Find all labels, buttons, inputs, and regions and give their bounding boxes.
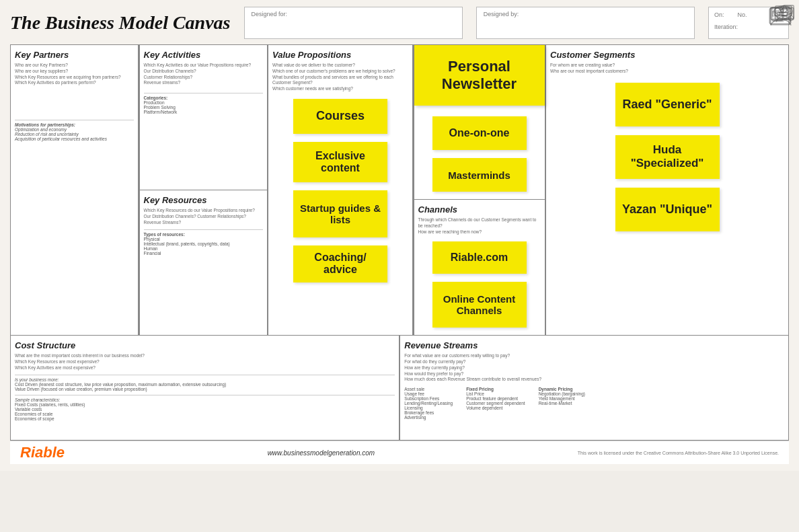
cost-items-2: Fixed Costs (salaries, rents, utilities)…: [15, 402, 395, 421]
personal-newsletter-text: Personal Newsletter: [414, 58, 545, 93]
key-activities-title: Key Activities: [144, 50, 263, 60]
rs-col-1: Asset saleUsage feeSubscription FeesLend…: [404, 387, 453, 420]
key-resources-section: Key Resources Which Key Resources do our…: [140, 190, 267, 335]
cost-sub-2: Sample characteristics: Fixed Costs (sal…: [15, 395, 395, 421]
footer-copyright: This work is licensed under the Creative…: [578, 451, 779, 455]
value-props-title: Value Propositions: [272, 50, 408, 60]
cost-structure-title: Cost Structure: [15, 340, 395, 350]
key-resources-title: Key Resources: [144, 195, 263, 205]
rs-questions: For what value are our customers really …: [404, 353, 784, 383]
key-partners-title: Key Partners: [15, 50, 134, 60]
cost-sub-label-1: Is your business more:: [15, 377, 59, 382]
cs-stickies: Raed "Generic" Huda "Specialized" Yazan …: [550, 80, 784, 234]
rs-col-2: Fixed Pricing List PriceProduct feature …: [466, 387, 525, 420]
designed-for-box[interactable]: Designed for:: [244, 7, 463, 39]
canvas-title: The Business Model Canvas: [10, 12, 231, 34]
cs-questions: For whom are we creating value? Who are …: [550, 63, 784, 75]
channels-title: Channels: [418, 204, 541, 215]
sticky-exclusive-content[interactable]: Exclusive content: [293, 142, 387, 182]
key-partners-sub: Motivations for partnerships: Optimizati…: [15, 120, 134, 141]
key-resources-sub: Types of resources: Physical Intellectua…: [144, 229, 263, 256]
footer-copyright-text: This work is licensed under the Creative…: [578, 451, 779, 455]
key-activities-questions: Which Key Activities do our Value Propos…: [144, 63, 263, 86]
value-propositions-section: Value Propositions What value do we deli…: [268, 45, 413, 335]
riable-logo: Riable: [20, 444, 65, 461]
sticky-riable-com[interactable]: Riable.com: [432, 241, 527, 274]
iteration-label: Iteration:: [714, 24, 738, 30]
cost-structure-section: Cost Structure What are the most importa…: [11, 336, 400, 440]
ka-kr-col: ✓ Key Activities Which Key Activities do…: [140, 45, 268, 335]
sticky-huda[interactable]: Huda "Specialized": [615, 135, 720, 179]
revenue-streams-title: Revenue Streams: [404, 340, 784, 350]
bmc-main: Key Partners Who are our Key Partners? W…: [10, 44, 789, 441]
svg-rect-29: [773, 11, 779, 16]
sticky-yazan[interactable]: Yazan "Unique": [615, 188, 720, 231]
cr-stickies: One-on-one Masterminds: [418, 114, 541, 194]
sticky-online-content-channels[interactable]: Online Content Channels: [432, 282, 527, 328]
bmc-bottom-area: Cost Structure What are the most importa…: [11, 336, 788, 440]
kr-items: Physical Intellectual (brand, patents, c…: [144, 237, 263, 256]
kr-sub-label: Types of resources:: [144, 232, 263, 237]
customer-relationships-section: Personal Newsletter One-on-one Mastermin…: [414, 45, 545, 200]
footer-bar: Riable www.businessmodelgeneration.com T…: [10, 441, 789, 464]
ka-sub-label: Categories:: [144, 96, 263, 100]
sticky-one-on-one[interactable]: One-on-one: [432, 116, 527, 150]
cs-cost-questions: What are the most important costs inhere…: [15, 353, 395, 371]
sticky-courses[interactable]: Courses: [293, 99, 387, 134]
sticky-coaching[interactable]: Coaching/ advice: [293, 245, 387, 282]
cr-content-below: One-on-one Masterminds: [418, 114, 541, 194]
customer-segments-section: Customer Segments For whom are we creati…: [546, 45, 788, 335]
key-activities-sub: Categories: Production Problem Solving P…: [144, 93, 263, 114]
bmc-top-area: Key Partners Who are our Key Partners? W…: [11, 45, 788, 336]
sticky-raed[interactable]: Raed "Generic": [615, 83, 720, 126]
cost-sub-label-2: Sample characteristics:: [15, 397, 60, 402]
value-props-stickies: Courses Exclusive content Startup guides…: [272, 96, 408, 285]
revenue-streams-section: Revenue Streams For what value are our c…: [400, 336, 788, 440]
key-resources-questions: Which Key Resources do our Value Proposi…: [144, 208, 263, 225]
cost-sub-1: Is your business more: Cost Driven (lean…: [15, 375, 395, 391]
top-header: The Business Model Canvas Designed for: …: [10, 7, 789, 39]
footer-url: www.businessmodelgeneration.com: [268, 449, 375, 457]
customer-segments-title: Customer Segments: [550, 50, 784, 60]
key-partners-questions: Who are our Key Partners? Who are our ke…: [15, 63, 134, 86]
canvas-wrapper: The Business Model Canvas Designed for: …: [0, 0, 799, 471]
channels-section: Channels Through which Channels do our C…: [414, 200, 545, 335]
designed-by-label: Designed by:: [484, 11, 687, 17]
rs-col-3: Dynamic Pricing Negotiation (bargaining)…: [539, 387, 585, 420]
value-props-questions: What value do we deliver to the customer…: [272, 63, 408, 92]
designed-by-box[interactable]: Designed by:: [476, 7, 695, 39]
sticky-masterminds[interactable]: Masterminds: [432, 158, 527, 192]
key-partners-section: Key Partners Who are our Key Partners? W…: [11, 45, 139, 335]
personal-newsletter-sticky[interactable]: Personal Newsletter: [414, 45, 545, 106]
kp-items: Optimization and economy Reduction of ri…: [15, 127, 134, 141]
on-label: On:: [714, 10, 724, 20]
kp-sub-label: Motivations for partnerships:: [15, 122, 134, 127]
key-activities-section: ✓ Key Activities Which Key Activities do…: [140, 45, 267, 190]
cost-items-1: Cost Driven (leanest cost structure, low…: [15, 382, 395, 391]
sticky-startup-guides[interactable]: Startup guides & lists: [293, 190, 387, 237]
cr-ch-col: Personal Newsletter One-on-one Mastermin…: [414, 45, 545, 335]
channels-stickies: Riable.com Online Content Channels: [418, 239, 541, 330]
rs-cols: Asset saleUsage feeSubscription FeesLend…: [404, 387, 784, 420]
designed-for-label: Designed for:: [252, 11, 455, 17]
ka-items: Production Problem Solving Platform/Netw…: [144, 100, 263, 114]
channels-questions: Through which Channels do our Customer S…: [418, 217, 541, 235]
revenue-icon: [767, 5, 794, 27]
